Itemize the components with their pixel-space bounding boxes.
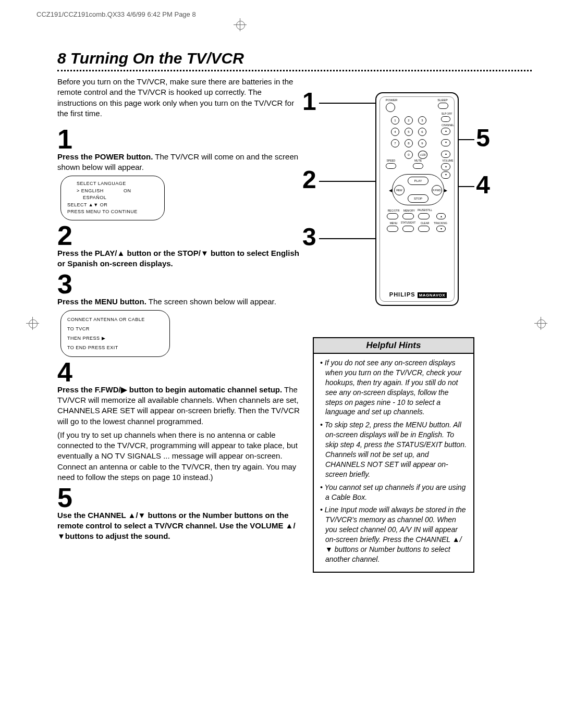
num-2: 2 bbox=[405, 116, 413, 125]
mute-button bbox=[413, 163, 423, 169]
osd1-espanol: ESPAÑOL bbox=[67, 194, 158, 202]
channel-extra: ▴ bbox=[441, 151, 450, 158]
osd1-english: > ENGLISH bbox=[77, 188, 124, 195]
rew-arrow-icon: ◀ bbox=[389, 188, 392, 193]
step-2-bold: Press the PLAY/▲ button or the STOP/▼ bu… bbox=[57, 249, 299, 268]
step-3-rest: The screen shown below will appear. bbox=[146, 297, 276, 306]
memory-button bbox=[402, 213, 414, 219]
speed-label: SPEED bbox=[385, 159, 397, 162]
remote-outline: POWER SLEEP 1 2 3 4 5 6 7 8 9 0 +100 SLP… bbox=[375, 92, 459, 306]
step-1-number: 1 bbox=[57, 127, 302, 152]
step-5-number: 5 bbox=[57, 486, 302, 510]
vol-up: ▴ bbox=[441, 163, 450, 170]
callout-3: 3 bbox=[302, 223, 316, 251]
brand-philips: PHILIPS bbox=[389, 291, 415, 298]
helpful-hints-box: Helpful Hints If you do not see any on-s… bbox=[313, 337, 474, 573]
callout-1-line bbox=[319, 103, 376, 104]
recotr-label: REC/OTR bbox=[386, 209, 401, 212]
page-title: 8 Turning On the TV/VCR bbox=[57, 50, 532, 67]
recotr-button bbox=[387, 213, 398, 219]
play-button: PLAY bbox=[408, 177, 429, 185]
remote-diagram: 1 2 3 4 5 POWER SLEEP 1 2 3 4 bbox=[313, 92, 474, 316]
step-4-text: Press the F.FWD/▶ button to begin automa… bbox=[57, 385, 302, 427]
callout-4: 4 bbox=[476, 170, 490, 199]
channel-label: CHANNEL bbox=[440, 124, 456, 127]
step-1-bold: Press the POWER button. bbox=[57, 152, 153, 161]
slpoff-label: SLP OFF bbox=[439, 112, 455, 115]
left-column: Before you turn on the TV/VCR, make sure… bbox=[57, 77, 302, 573]
callout-3-line bbox=[319, 238, 382, 239]
num-9: 9 bbox=[418, 139, 426, 147]
tracking-down: ▾ bbox=[436, 226, 446, 232]
rew-button: REW bbox=[394, 185, 405, 195]
step-3-number: 3 bbox=[57, 272, 302, 297]
pause-label: PAUSE/STILL bbox=[417, 209, 433, 212]
brand-magnavox: MAGNAVOX bbox=[418, 292, 447, 298]
speed-button bbox=[386, 163, 396, 169]
osd2-l3: THEN PRESS ▶ bbox=[67, 334, 163, 343]
menu-button bbox=[387, 226, 398, 232]
volume-label: VOLUME bbox=[440, 159, 456, 162]
osd2-l2: TO TVCR bbox=[67, 324, 163, 334]
osd-language-box: SELECT LANGUAGE > ENGLISHON ESPAÑOL SELE… bbox=[60, 176, 165, 220]
hints-title: Helpful Hints bbox=[314, 338, 473, 354]
clear-label: CLEAR bbox=[417, 221, 433, 225]
hint-1: If you do not see any on-screen displays… bbox=[320, 358, 467, 417]
num-3: 3 bbox=[418, 116, 426, 125]
osd1-foot1: SELECT ▲▼ OR bbox=[67, 202, 158, 209]
doc-header: CCZ191/CCZ191comb.QX33 4/6/99 6:42 PM Pa… bbox=[36, 10, 532, 18]
callout-5: 5 bbox=[476, 124, 490, 152]
ffwd-arrow-icon: ▶ bbox=[444, 188, 447, 193]
num-7: 7 bbox=[391, 139, 399, 147]
page-number: 8 bbox=[57, 50, 66, 67]
step-1-text: Press the POWER button. The TV/VCR will … bbox=[57, 152, 302, 173]
power-label: POWER bbox=[384, 98, 399, 102]
status-label: STATUS/EXIT bbox=[399, 221, 417, 224]
callout-2: 2 bbox=[302, 165, 316, 194]
num-4: 4 bbox=[391, 128, 399, 136]
title-text: Turning On the TV/VCR bbox=[70, 50, 244, 67]
step-2-number: 2 bbox=[57, 224, 302, 248]
title-dots bbox=[57, 69, 532, 71]
num-0: 0 bbox=[405, 151, 413, 159]
callout-1: 1 bbox=[302, 87, 316, 116]
step-3-text: Press the MENU button. The screen shown … bbox=[57, 297, 302, 307]
sleep-label: SLEEP bbox=[435, 98, 450, 102]
vol-down: ▾ bbox=[441, 171, 450, 179]
channel-down: ▾ bbox=[441, 139, 450, 146]
step-4-bold: Press the F.FWD/▶ button to begin automa… bbox=[57, 385, 282, 394]
num-5: 5 bbox=[405, 128, 413, 136]
slpoff-button bbox=[441, 116, 450, 122]
num-8: 8 bbox=[405, 139, 413, 147]
step-2-text: Press the PLAY/▲ button or the STOP/▼ bu… bbox=[57, 248, 302, 269]
osd2-l1: CONNECT ANTENNA OR CABLE bbox=[67, 315, 163, 324]
osd1-title: SELECT LANGUAGE bbox=[67, 180, 158, 188]
crop-mark-right bbox=[534, 323, 547, 324]
hint-4: Line Input mode will always be stored in… bbox=[320, 505, 467, 564]
step-3-bold: Press the MENU button. bbox=[57, 297, 146, 306]
pause-button bbox=[418, 213, 430, 219]
osd2-l4: TO END PRESS EXIT bbox=[67, 343, 163, 352]
osd1-on: ON bbox=[124, 188, 131, 195]
step-4-note: (If you try to set up channels when ther… bbox=[57, 430, 302, 483]
tracking-label: TRACKING bbox=[433, 221, 448, 225]
stop-button: STOP bbox=[408, 194, 429, 203]
plus100-button: +100 bbox=[418, 151, 427, 159]
intro-text: Before you turn on the TV/VCR, make sure… bbox=[57, 77, 302, 119]
osd1-foot2: PRESS MENU TO CONTINUE bbox=[67, 208, 158, 216]
num-6: 6 bbox=[418, 128, 426, 136]
ffwd-button: F.FWD bbox=[432, 185, 442, 195]
step-5-text: Use the CHANNEL ▲/▼ buttons or the Numbe… bbox=[57, 510, 302, 542]
power-button bbox=[386, 103, 395, 112]
step-4-number: 4 bbox=[57, 360, 302, 385]
remote-brand: PHILIPS MAGNAVOX bbox=[376, 291, 460, 298]
sleep-button bbox=[438, 103, 448, 109]
hint-2: To skip step 2, press the MENU button. A… bbox=[320, 420, 467, 479]
hint-3: You cannot set up channels if you are us… bbox=[320, 483, 467, 502]
tracking-up: ▴ bbox=[436, 213, 446, 219]
step-5-bold: Use the CHANNEL ▲/▼ buttons or the Numbe… bbox=[57, 511, 296, 541]
osd-connect-box: CONNECT ANTENNA OR CABLE TO TVCR THEN PR… bbox=[60, 310, 170, 357]
memory-label: MEMORY bbox=[401, 209, 417, 212]
status-button bbox=[402, 226, 414, 232]
right-column: 1 2 3 4 5 POWER SLEEP 1 2 3 4 bbox=[313, 77, 474, 573]
